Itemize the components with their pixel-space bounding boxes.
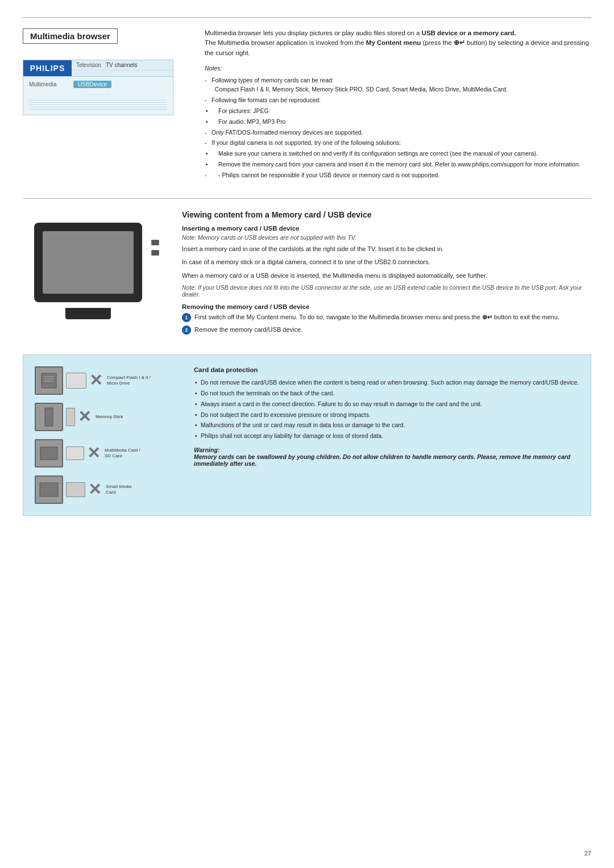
note-item-2b: For audio: MP3, MP3 Pro	[205, 117, 591, 127]
viewing-content-heading: Viewing content from a Memory card / USB…	[182, 210, 591, 219]
tv-port-1	[151, 240, 159, 245]
svg-rect-4	[45, 408, 53, 426]
protection-item-1: Do not remove the card/USB device when t…	[194, 378, 579, 387]
note-item-2a: For pictures: JPEG	[205, 106, 591, 116]
tab2-label: Multimedia	[29, 81, 69, 87]
menu-line-3	[29, 105, 167, 105]
card-illustrations: ✕ Compact Flash I & II /Micro Drive ✕ Me…	[35, 366, 182, 504]
step-number-1: 1	[182, 313, 191, 322]
tv-menu-mockup: PHILIPS Television TV channels Multimedi…	[23, 60, 173, 115]
ms-slot-group: ✕	[35, 403, 91, 431]
divider-1	[23, 198, 591, 199]
card-protection-title: Card data protection	[194, 366, 579, 373]
ms-slot-icon	[43, 407, 55, 427]
ms-slot	[35, 403, 63, 431]
insert-paragraph-3: When a memory card or a USB device is in…	[182, 271, 591, 281]
tv-port-2	[151, 250, 159, 256]
cf-slot	[35, 366, 63, 395]
sm-card-label: Smart MediaCard	[106, 484, 131, 496]
sm-card-icon	[66, 482, 85, 497]
tv-stand	[65, 308, 111, 319]
bottom-section: ✕ Compact Flash I & II /Micro Drive ✕ Me…	[23, 354, 591, 516]
ms-x-mark: ✕	[78, 409, 91, 425]
mmc-x-mark: ✕	[87, 445, 100, 461]
card-protection-list: Do not remove the card/USB device when t…	[194, 378, 579, 441]
protection-item-5: Malfunctions of the unit or card may res…	[194, 420, 579, 430]
removing-steps: 1 First switch off the My Content menu. …	[182, 312, 591, 335]
menu-line-1	[29, 100, 167, 101]
card-item-ms: ✕ Memory Stick	[35, 403, 182, 431]
warning-body-text: Memory cards can be swallowed by young c…	[194, 453, 570, 467]
note-item-1: Following types of memory cards can be r…	[205, 76, 591, 95]
sm-slot-group: ✕	[35, 475, 101, 504]
cf-card-icon	[66, 373, 86, 389]
card-item-mmc: ✕ MultiMedia Card /SD Card	[35, 439, 182, 468]
tab1-label: Television	[76, 62, 101, 68]
card-item-sm: ✕ Smart MediaCard	[35, 475, 182, 504]
insert-paragraph-1: Insert a memory card in one of the cards…	[182, 244, 591, 254]
tv-menu-tab-television: Television TV channels	[72, 60, 173, 70]
ms-card-icon	[66, 408, 75, 426]
note-item-3: Only FAT/DOS-formatted memory devices ar…	[205, 128, 591, 137]
cf-x-mark: ✕	[89, 373, 102, 389]
sm-x-mark: ✕	[88, 482, 101, 498]
tv-illustration-area	[23, 210, 182, 338]
viewing-content-section: Viewing content from a Memory card / USB…	[182, 210, 591, 338]
middle-section: Viewing content from a Memory card / USB…	[23, 210, 591, 338]
menu-line-2	[29, 102, 167, 103]
section-title-box: Multimedia browser	[23, 28, 118, 44]
page-number: 27	[584, 850, 591, 857]
tv-side-ports	[151, 240, 159, 256]
right-column: Multimedia browser lets you display pict…	[199, 28, 591, 181]
ms-card-label: Memory Stick	[96, 414, 123, 420]
note-item-5: - Philips cannot be responsible if your …	[205, 170, 591, 180]
tv-menu-item-multimedia: Multimedia USBDevice	[23, 79, 173, 90]
cf-slot-icon	[40, 372, 57, 389]
mmc-card-icon	[66, 446, 84, 460]
step-1: 1 First switch off the My Content menu. …	[182, 312, 591, 322]
cf-slot-group: ✕	[35, 366, 102, 395]
step-1-text: First switch off the My Content menu. To…	[194, 312, 559, 322]
menu-line-4	[29, 107, 167, 107]
svg-rect-5	[40, 447, 57, 460]
protection-item-4: Do not subject the card to excessive pre…	[194, 410, 579, 420]
section-title: Multimedia browser	[30, 31, 110, 41]
warning-block: Warning: Memory cards can be swallowed b…	[194, 446, 579, 467]
warning-title: Warning:	[194, 446, 219, 453]
tab1-value: TV channels	[106, 62, 138, 68]
note-item-4b: Remove the memory card from your camera …	[205, 160, 591, 169]
note-usb-extend: Note: If your USB device does not fit in…	[182, 284, 591, 298]
removing-subheading: Removing the memory card / USB device	[182, 303, 591, 310]
tv-screen	[43, 231, 134, 294]
top-section: Multimedia browser PHILIPS Television TV…	[23, 17, 591, 181]
tv-menu-lines	[23, 97, 173, 112]
notes-section: Notes: Following types of memory cards c…	[205, 64, 591, 180]
intro-text-1: Multimedia browser lets you display pict…	[205, 28, 591, 58]
philips-logo: PHILIPS	[23, 60, 72, 76]
tv-menu-header: PHILIPS Television TV channels	[23, 60, 173, 77]
tv-menu-tabs: Television TV channels	[72, 60, 173, 76]
menu-line-5	[29, 109, 167, 110]
step-2: 2 Remove the memory card/USB device.	[182, 325, 591, 335]
tv-menu-dots: . . . . . . . . .	[23, 90, 173, 97]
note-item-4: If your digital camera is not supported,…	[205, 138, 591, 148]
mmc-slot	[35, 439, 63, 468]
note-item-4a: Make sure your camera is switched on and…	[205, 149, 591, 158]
step-2-text: Remove the memory card/USB device.	[194, 325, 302, 335]
insert-paragraph-2: In case of a memory stick or a digital c…	[182, 257, 591, 268]
notes-title: Notes:	[205, 64, 591, 73]
protection-item-2: Do not touch the terminals on the back o…	[194, 389, 579, 398]
protection-item-3: Always insert a card in the correct dire…	[194, 399, 579, 409]
step-number-2: 2	[182, 326, 191, 335]
note-not-supplied: Note: Memory cards or USB devices are no…	[182, 234, 591, 241]
cf-card-label: Compact Flash I & II /Micro Drive	[107, 375, 151, 387]
card-protection-content: Card data protection Do not remove the c…	[194, 366, 579, 504]
tv-menu-items: Multimedia USBDevice . . . . . . . . .	[23, 77, 173, 115]
tab2-value: USBDevice	[73, 81, 111, 88]
mmc-slot-group: ✕	[35, 439, 100, 468]
protection-item-6: Philips shall not accept any liability f…	[194, 431, 579, 441]
inserting-subheading: Inserting a memory card / USB device	[182, 225, 591, 232]
sm-slot-icon	[39, 482, 59, 498]
tv-body	[34, 223, 142, 302]
notes-list: Following types of memory cards can be r…	[205, 76, 591, 180]
